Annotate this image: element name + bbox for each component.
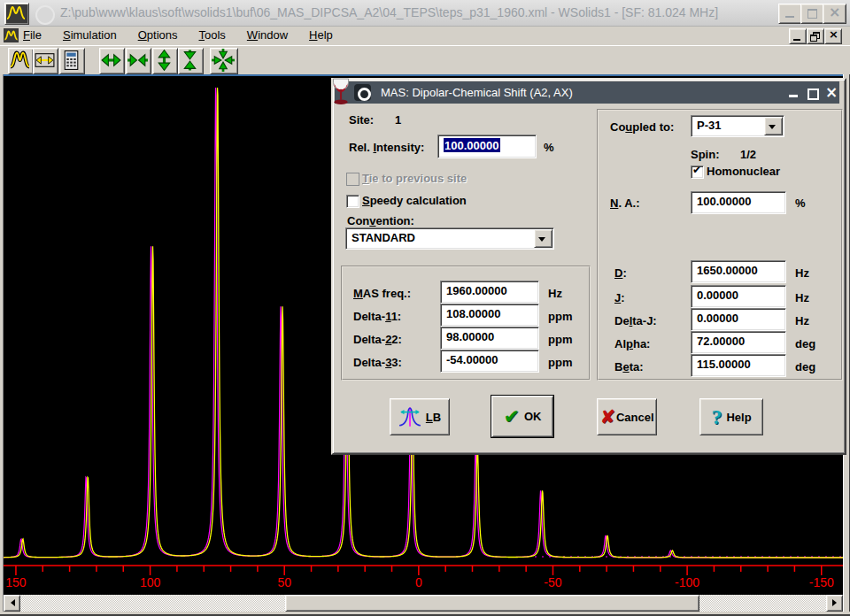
- cancel-button[interactable]: ✘ Cancel: [597, 398, 657, 435]
- dialog-titlebar[interactable]: MAS: Dipolar-Chemical Shift (A2, AX) ×: [335, 81, 839, 104]
- na-unit: %: [795, 196, 806, 210]
- contract-horizontal-icon: [127, 49, 149, 72]
- mdi-restore-button[interactable]: [807, 28, 824, 44]
- svg-text:-150: -150: [809, 575, 834, 589]
- mdi-restore-icon2: [810, 35, 817, 42]
- delta11-value: 108.00000: [441, 304, 538, 320]
- dialog-app-icon: [354, 84, 371, 101]
- menu-help[interactable]: Help: [309, 28, 333, 42]
- beta-value: 115.00000: [692, 355, 785, 371]
- rel-intensity-value: 100.00000: [444, 138, 500, 152]
- lb-button[interactable]: LB: [390, 398, 450, 435]
- alpha-unit: deg: [795, 337, 815, 350]
- help-button-label: Help: [726, 411, 751, 424]
- dialog-title: MAS: Dipolar-Chemical Shift (A2, AX): [381, 86, 573, 99]
- dialog-app-ring-icon: [358, 88, 371, 101]
- svg-text:150: 150: [5, 575, 27, 589]
- toolbar-contract-horizontal-button[interactable]: [126, 48, 151, 74]
- toolbar-contract-vertical-button[interactable]: [178, 48, 204, 74]
- svg-text:100: 100: [140, 575, 161, 589]
- delta22-unit: ppm: [548, 333, 572, 346]
- maximize-button[interactable]: [800, 4, 824, 24]
- rel-intensity-input[interactable]: 100.00000: [437, 135, 537, 158]
- expand-vertical-icon: [153, 49, 175, 72]
- close-button[interactable]: ×: [823, 4, 846, 24]
- delta22-input[interactable]: 98.00000: [440, 327, 539, 350]
- d-input[interactable]: 1650.00000: [691, 260, 786, 283]
- scroll-thumb[interactable]: [285, 595, 699, 612]
- beta-label: Beta:: [614, 360, 644, 373]
- combo-arrow-icon: [538, 237, 545, 245]
- mas-freq-label: MAS freq.:: [353, 287, 411, 300]
- dialog-close-button[interactable]: ×: [823, 86, 839, 101]
- homonuclear-label: Homonuclear: [707, 165, 780, 178]
- mas-freq-value: 1960.00000: [441, 281, 538, 297]
- j-input[interactable]: 0.00000: [691, 285, 786, 308]
- speedy-checkbox[interactable]: [346, 195, 359, 208]
- scroll-left-icon: [7, 599, 15, 606]
- toolbar-expand-width-button[interactable]: [33, 48, 58, 74]
- na-input[interactable]: 100.00000: [691, 191, 786, 214]
- cancel-button-label: Cancel: [616, 411, 654, 424]
- menu-options[interactable]: Options: [138, 28, 178, 42]
- minimize-button[interactable]: [778, 4, 802, 24]
- bottom-frame: [0, 612, 850, 616]
- menu-tools[interactable]: Tools: [199, 28, 226, 42]
- na-value: 100.00000: [692, 192, 785, 208]
- calculator-icon: [60, 49, 82, 72]
- lineshape-icon: [9, 49, 31, 72]
- tie-checkbox[interactable]: [346, 173, 359, 186]
- convention-dropdown-button[interactable]: [534, 229, 552, 248]
- mdi-close-icon: ×: [829, 27, 838, 41]
- svg-text:-50: -50: [544, 575, 561, 589]
- alpha-input[interactable]: 72.00000: [691, 331, 786, 354]
- delta33-input[interactable]: -54.00000: [440, 350, 539, 373]
- delta-j-unit: Hz: [795, 314, 809, 327]
- convention-combobox[interactable]: STANDARD: [345, 227, 554, 250]
- delta22-value: 98.00000: [441, 327, 538, 343]
- toolbar-expand-horizontal-button[interactable]: [99, 48, 125, 74]
- dialog-close-icon: ×: [825, 83, 838, 101]
- app-icon[interactable]: [4, 3, 29, 25]
- menu-simulation[interactable]: Simulation: [63, 28, 117, 42]
- minimize-icon: [785, 16, 794, 18]
- dialog-minimize-button[interactable]: [785, 86, 802, 101]
- scroll-left-button[interactable]: [4, 595, 20, 612]
- close-icon: ×: [829, 4, 840, 20]
- mas-freq-input[interactable]: 1960.00000: [440, 281, 539, 304]
- toolbar-fit-to-window-button[interactable]: [210, 48, 238, 74]
- svg-text:0: 0: [415, 575, 422, 589]
- horizontal-scrollbar[interactable]: [4, 595, 843, 612]
- ok-button[interactable]: ✔ OK: [491, 396, 553, 437]
- menu-file[interactable]: File: [23, 28, 42, 42]
- d-label: D:: [614, 266, 627, 280]
- delta11-input[interactable]: 108.00000: [440, 304, 539, 327]
- mdi-close-button[interactable]: ×: [824, 28, 842, 44]
- wineglass-icon: [329, 78, 352, 105]
- ok-icon: ✔: [504, 405, 520, 427]
- coupled-to-combobox[interactable]: P-31: [691, 115, 784, 137]
- delta-j-value: 0.00000: [692, 309, 785, 325]
- spin-label: Spin:: [691, 148, 720, 161]
- beta-input[interactable]: 115.00000: [691, 354, 786, 377]
- dialog-maximize-button[interactable]: [804, 86, 821, 101]
- toolbar-calculator-button[interactable]: [59, 48, 85, 74]
- delta11-unit: ppm: [548, 310, 572, 323]
- scroll-right-button[interactable]: [826, 595, 843, 612]
- coupled-dropdown-button[interactable]: [764, 117, 783, 135]
- site-value: 1: [395, 113, 401, 127]
- homonuclear-checkbox[interactable]: ✔: [691, 166, 704, 179]
- csa-group: MAS freq.: 1960.00000 Hz Delta-11: 108.0…: [341, 266, 591, 381]
- help-button[interactable]: ? Help: [699, 398, 763, 435]
- coupled-combo-arrow-icon: [769, 125, 776, 133]
- checkmark-icon: ✔: [692, 164, 701, 176]
- mdi-minimize-button[interactable]: [789, 28, 807, 44]
- menu-window[interactable]: Window: [247, 28, 288, 42]
- dialog-minimize-icon: [789, 95, 798, 97]
- delta-j-input[interactable]: 0.00000: [691, 308, 786, 331]
- toolbar-expand-vertical-button[interactable]: [152, 48, 178, 74]
- maximize-icon: [808, 9, 817, 19]
- mdi-spectrum-icon: [4, 28, 19, 42]
- mdi-child-icon[interactable]: [4, 28, 19, 42]
- toolbar-lineshape-button[interactable]: [8, 48, 34, 74]
